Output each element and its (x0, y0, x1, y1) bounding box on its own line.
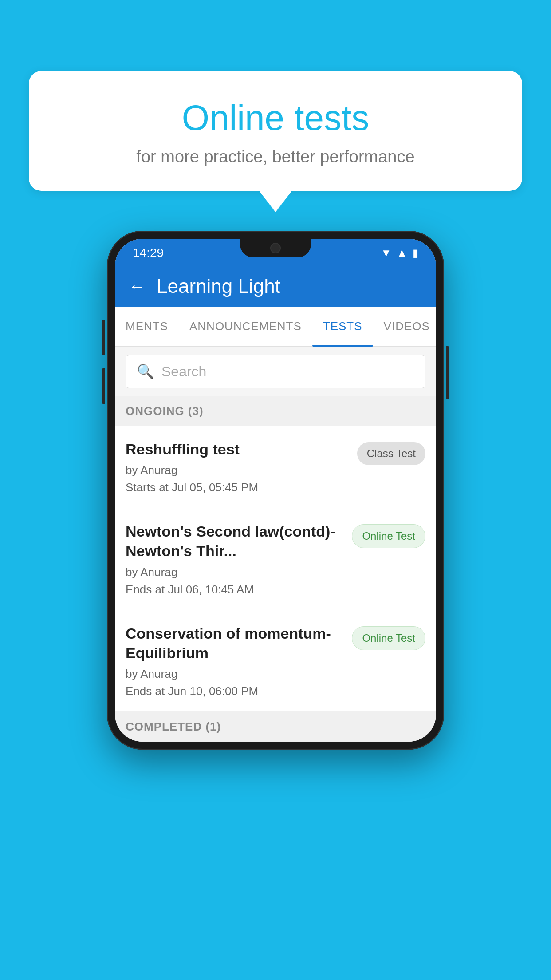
test-list: Reshuffling test by Anurag Starts at Jul… (115, 426, 436, 712)
volume-down-button (102, 368, 105, 404)
completed-section-header: COMPLETED (1) (115, 712, 436, 742)
wifi-icon: ▼ (381, 247, 391, 259)
test-info-1: Reshuffling test by Anurag Starts at Jul… (126, 439, 357, 494)
phone-notch (240, 239, 311, 257)
tab-announcements[interactable]: ANNOUNCEMENTS (179, 307, 312, 346)
test-time-2: Ends at Jul 06, 10:45 AM (126, 583, 343, 597)
completed-label: COMPLETED (1) (126, 720, 221, 733)
ongoing-label: ONGOING (3) (126, 404, 204, 418)
tab-tests[interactable]: TESTS (312, 307, 373, 346)
front-camera (270, 243, 281, 253)
search-bar[interactable]: 🔍 Search (126, 355, 425, 388)
back-button[interactable]: ← (128, 277, 146, 295)
bubble-title: Online tests (51, 98, 500, 138)
test-by-1: by Anurag (126, 463, 348, 477)
test-time-1: Starts at Jul 05, 05:45 PM (126, 481, 348, 494)
test-item-2[interactable]: Newton's Second law(contd)-Newton's Thir… (115, 508, 436, 610)
status-time: 14:29 (133, 246, 164, 260)
app-bar: ← Learning Light (115, 265, 436, 307)
phone-mockup: 14:29 ▼ ▲ ▮ ← Learning Light MENTS ANNOU… (107, 231, 444, 750)
test-by-2: by Anurag (126, 565, 343, 579)
search-container: 🔍 Search (115, 347, 436, 396)
tab-videos[interactable]: VIDEOS (373, 307, 436, 346)
test-name-2: Newton's Second law(contd)-Newton's Thir… (126, 522, 343, 561)
test-name-3: Conservation of momentum-Equilibrium (126, 624, 343, 663)
tab-ments[interactable]: MENTS (115, 307, 179, 346)
search-icon: 🔍 (137, 363, 154, 380)
tab-bar: MENTS ANNOUNCEMENTS TESTS VIDEOS (115, 307, 436, 347)
ongoing-section-header: ONGOING (3) (115, 396, 436, 426)
bubble-subtitle: for more practice, better performance (51, 147, 500, 166)
test-item-1[interactable]: Reshuffling test by Anurag Starts at Jul… (115, 426, 436, 508)
phone-screen: 14:29 ▼ ▲ ▮ ← Learning Light MENTS ANNOU… (115, 239, 436, 742)
phone-frame: 14:29 ▼ ▲ ▮ ← Learning Light MENTS ANNOU… (107, 231, 444, 750)
test-item-3[interactable]: Conservation of momentum-Equilibrium by … (115, 610, 436, 712)
status-icons: ▼ ▲ ▮ (381, 247, 418, 259)
badge-online-test-3: Online Test (352, 626, 425, 650)
battery-icon: ▮ (413, 247, 418, 259)
test-time-3: Ends at Jun 10, 06:00 PM (126, 684, 343, 698)
test-name-1: Reshuffling test (126, 439, 348, 459)
volume-up-button (102, 320, 105, 355)
app-title: Learning Light (157, 275, 280, 297)
test-info-2: Newton's Second law(contd)-Newton's Thir… (126, 522, 352, 596)
promo-bubble: Online tests for more practice, better p… (29, 71, 522, 191)
badge-online-test-2: Online Test (352, 524, 425, 548)
power-button (446, 346, 449, 399)
signal-icon: ▲ (397, 247, 407, 259)
search-input[interactable]: Search (161, 364, 206, 380)
test-info-3: Conservation of momentum-Equilibrium by … (126, 624, 352, 698)
badge-class-test-1: Class Test (357, 442, 425, 465)
test-by-3: by Anurag (126, 667, 343, 681)
